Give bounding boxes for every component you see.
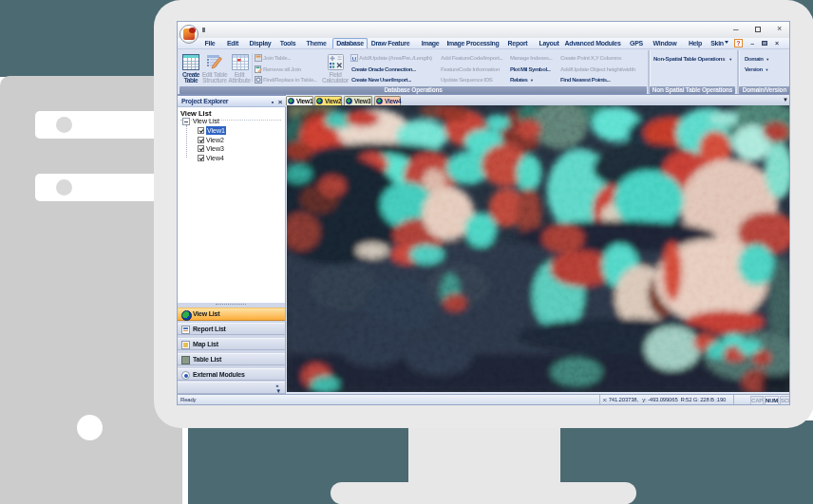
- svg-text:U: U: [352, 56, 356, 62]
